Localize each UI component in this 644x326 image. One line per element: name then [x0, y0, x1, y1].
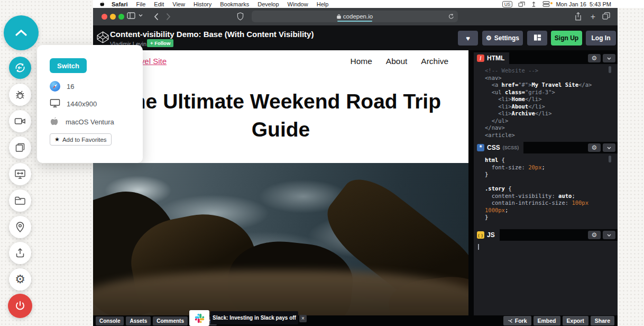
chevron-down-icon [607, 234, 611, 237]
html-scrollbar[interactable] [609, 66, 611, 73]
menubar-menu-item[interactable]: Safari [107, 1, 132, 7]
menubar-clock[interactable]: Mon Jan 16 5:43 PM [556, 1, 611, 7]
location-pin-icon [15, 221, 25, 233]
footer-button[interactable]: Assets [126, 316, 151, 325]
screen-mirror-icon[interactable] [518, 1, 525, 7]
keyboard-layout-icon[interactable]: US [502, 1, 513, 7]
display-status-icon[interactable] [542, 1, 550, 7]
apple-logo-icon[interactable] [99, 1, 105, 7]
add-to-favorites-button[interactable]: ★ Add to Favorites [50, 133, 112, 146]
window-close-button[interactable] [102, 14, 107, 20]
menubar-menu-item[interactable]: File [132, 1, 150, 7]
footer-button[interactable]: Comments [153, 316, 188, 325]
project-folder-button[interactable] [9, 189, 31, 212]
switch-button[interactable]: Switch [50, 58, 87, 73]
screen: SafariFileEditViewHistoryBookmarksDevelo… [0, 0, 644, 326]
html-file-icon: / [477, 55, 484, 62]
menubar-menu-item[interactable]: History [189, 1, 216, 7]
codepen-logo-icon[interactable] [96, 31, 109, 46]
menubar-menu-item[interactable]: Help [312, 1, 333, 7]
css-collapse-button[interactable] [603, 143, 615, 152]
notification-toast[interactable]: Slack: Investing in Slack pays off [210, 311, 298, 324]
reload-icon[interactable] [448, 13, 454, 21]
css-scrollbar[interactable] [609, 156, 611, 162]
resolution-button[interactable] [9, 163, 31, 185]
screenshot-button[interactable] [9, 137, 31, 159]
safari-browser-icon [50, 81, 60, 92]
sidebar-toggle-icon[interactable] [127, 12, 135, 19]
notification-close-button[interactable]: × [299, 315, 307, 322]
settings-button[interactable]: ⚙ Settings [482, 31, 523, 46]
upload-file-button[interactable] [9, 242, 31, 264]
html-editor-tab[interactable]: / HTML [474, 52, 509, 64]
privacy-shield-icon[interactable] [237, 12, 244, 21]
heart-button[interactable]: ♥ [458, 31, 478, 46]
js-settings-button[interactable]: ⚙ [588, 231, 601, 239]
antenna-icon[interactable] [531, 1, 537, 7]
menubar-menu-item[interactable]: Bookmarks [216, 1, 253, 7]
record-video-button[interactable] [9, 110, 31, 132]
editor-column: / HTML ⚙ <!-- Website --><nav> <a href="… [468, 50, 618, 315]
window-minimize-button[interactable] [110, 14, 116, 20]
css-code-editor[interactable]: html { font-size: 20px;} .story { conten… [474, 153, 618, 229]
sidebar-chevron-icon[interactable] [139, 14, 143, 17]
footer-button[interactable]: Embed [533, 316, 560, 325]
menubar-menu-item[interactable]: Develop [253, 1, 283, 7]
js-editor-tab[interactable]: ( ) JS [474, 229, 500, 241]
preview-pane: My Travel Site HomeAboutArchive The Ulti… [93, 50, 468, 315]
report-bug-button[interactable] [9, 84, 31, 106]
html-code-editor[interactable]: <!-- Website --><nav> <a href="#">My Tra… [474, 64, 618, 142]
footer-button[interactable]: Export [563, 316, 588, 325]
forward-button[interactable] [166, 13, 171, 21]
footer-right-list: EmbedExportShare [533, 316, 614, 325]
footer-button[interactable]: Share [591, 316, 614, 325]
css-file-icon: * [477, 144, 484, 151]
window-zoom-button[interactable] [118, 14, 124, 20]
css-editor-header: * CSS (SCSS) ⚙ [474, 142, 618, 153]
monitor-resolution-icon [14, 169, 26, 179]
gallery-icon [15, 142, 25, 153]
signup-button[interactable]: Sign Up [551, 31, 582, 46]
new-tab-icon[interactable]: + [591, 13, 595, 21]
js-code-editor[interactable] [474, 241, 618, 315]
site-nav-item[interactable]: Home [350, 57, 372, 66]
geolocation-button[interactable] [9, 216, 31, 238]
session-settings-button[interactable]: ⚙ [9, 268, 31, 291]
safari-toolbar: codepen.io + [93, 8, 618, 25]
end-session-button[interactable] [8, 294, 32, 318]
site-nav-item[interactable]: Archive [421, 57, 448, 66]
html-settings-button[interactable]: ⚙ [588, 54, 601, 62]
css-settings-button[interactable]: ⚙ [588, 143, 601, 152]
slack-notification-icon[interactable] [189, 310, 209, 326]
address-text: codepen.io [343, 13, 373, 20]
hero-photo [93, 163, 468, 315]
change-view-button[interactable] [527, 31, 547, 46]
collapse-toolbar-button[interactable] [4, 15, 39, 50]
pen-title: Content-visibility Demo: Base (With Cont… [110, 30, 314, 39]
menubar-menu-item[interactable]: View [168, 1, 189, 7]
fork-button[interactable]: Fork [503, 316, 531, 325]
back-button[interactable] [154, 13, 159, 21]
resolution-value: 1440x900 [67, 100, 97, 108]
codepen-footer: ConsoleAssetsComments⌘ Keys Slack: Inves… [93, 315, 618, 326]
css-preprocessor-label: (SCSS) [503, 145, 519, 150]
menubar-menu-item[interactable]: Window [283, 1, 312, 7]
css-editor-tab[interactable]: * CSS (SCSS) [474, 142, 523, 153]
js-collapse-button[interactable] [603, 231, 615, 239]
tab-overview-icon[interactable] [602, 12, 610, 20]
html-collapse-button[interactable] [603, 54, 615, 62]
switch-browser-button[interactable] [9, 57, 31, 79]
favorites-label: Add to Favorites [62, 137, 107, 143]
resolution-row: 1440x900 [50, 98, 97, 110]
follow-button[interactable]: + Follow [147, 39, 173, 47]
share-icon[interactable] [575, 12, 582, 21]
login-button[interactable]: Log In [586, 31, 616, 46]
footer-button[interactable]: Console [96, 316, 124, 325]
menubar-menu-item[interactable]: Edit [150, 1, 168, 7]
html-editor-header: / HTML ⚙ [474, 52, 618, 64]
site-nav-item[interactable]: About [386, 57, 408, 66]
address-bar[interactable]: codepen.io [252, 11, 458, 22]
site-nav: HomeAboutArchive [350, 57, 448, 66]
text-cursor [478, 244, 479, 250]
gear-icon: ⚙ [592, 232, 597, 238]
